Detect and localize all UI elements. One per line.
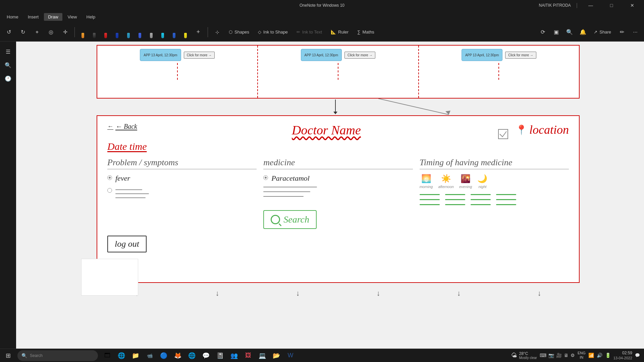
maximize-button[interactable]: □ [604,0,619,11]
video-icon[interactable]: 🎥 [556,353,562,358]
taskbar-onenote[interactable]: 📓 [213,349,227,362]
pen-teal[interactable] [124,25,133,39]
taskbar-fileexplorer[interactable]: 📂 [270,349,283,362]
pen-red[interactable] [101,25,110,39]
logout-button[interactable]: log out [107,236,147,252]
evening-label: evening [459,185,472,189]
green-row-3 [420,204,569,205]
toolbar: ↺ ↻ ⌖ ◎ ✛ + ⊹ ⬡ Shapes ◇ Ink to Sh [0,23,644,42]
sidebar-notebooks[interactable]: ☰ [2,46,14,58]
camera-icon[interactable]: 📷 [548,353,554,358]
move-button[interactable]: ✛ [59,26,71,38]
date: 13-04-2022 [613,356,632,360]
sidebar-recent[interactable]: 🕐 [2,72,14,84]
green-cell [471,199,491,200]
bottom-left-box [81,259,138,296]
pen-blue[interactable] [135,25,145,39]
taskbar-windows[interactable]: 🗔 [101,349,114,362]
medicine-lines [263,187,413,197]
app-card-1: APP 13 April, 12:30pm [140,49,181,61]
search-toolbar-button[interactable]: 🔍 [564,26,576,38]
selector-button[interactable]: ⊹ [211,26,223,38]
click-more-2[interactable]: Click for more → [344,52,375,59]
evening-box: 🌇 evening [459,174,472,189]
add-pen-button[interactable]: + [192,26,204,38]
language-display: ENGIN [578,351,586,360]
ruler-label: Ruler [338,29,348,35]
search-icon [271,215,280,224]
ink-shape-icon: ◇ [258,29,261,35]
fever-item: fever [107,174,257,183]
taskbar-firefox[interactable]: 🦊 [171,349,184,362]
sidebar-search[interactable]: 🔍 [2,59,14,71]
keyboard-icon[interactable]: ⌨ [540,353,546,358]
search-button[interactable]: Search [263,210,317,229]
menu-help[interactable]: Help [83,13,100,21]
taskbar-word[interactable]: W [284,349,297,362]
network-icon[interactable]: 📶 [588,353,594,358]
menu-home[interactable]: Home [3,13,22,21]
view-toggle-button[interactable]: ▣ [550,26,562,38]
bottom-arrows-row: ↓ ↓ ↓ ↓ ↓ ↓ [97,286,580,298]
sync-button[interactable]: ⟳ [537,26,549,38]
location-label: location [529,123,569,137]
notifications-button[interactable]: 🔔 [577,26,589,38]
start-button[interactable]: ⊞ [0,349,16,362]
maths-button[interactable]: ∑ Maths [354,26,378,38]
eraser-button[interactable]: ◎ [45,26,57,38]
pen-cyan[interactable] [158,25,167,39]
undo-button[interactable]: ↺ [3,26,15,38]
location-pin-icon: 📍 [516,124,527,135]
doctor-name-title: Doctor Name [137,123,516,137]
green-cell [445,194,465,195]
ruler-button[interactable]: 📐 Ruler [327,26,352,38]
taskbar-edge2[interactable]: 🌐 [185,349,199,362]
afternoon-icon: ☀️ [441,174,451,183]
bullet-icon-empty1 [107,188,112,193]
doctor-detail-box: ← ← Back Doctor Name 📍 location Date tim… [97,115,580,283]
taskbar-edge[interactable]: 🌐 [115,349,128,362]
pen-dark[interactable] [90,25,99,39]
ink-to-shape-button[interactable]: ◇ Ink to Shape [255,26,291,38]
taskbar-teams[interactable]: 📹 [143,349,156,362]
more-button[interactable]: ··· [629,26,641,38]
problem-column: Problem / symptoms fever [107,158,257,229]
close-button[interactable]: ✕ [625,0,640,11]
edit-button[interactable]: ✏ [616,26,628,38]
taskbar-teams2[interactable]: 👥 [227,349,241,362]
menu-view[interactable]: View [64,13,81,21]
taskbar-discord[interactable]: 💬 [199,349,213,362]
notification-btn[interactable]: 💬 [635,353,640,358]
lasso-button[interactable]: ⌖ [31,26,43,38]
back-button[interactable]: ← ← Back [107,123,137,130]
taskbar-explorer[interactable]: 📁 [129,349,142,362]
settings-icon[interactable]: ⚙ [571,353,575,358]
green-cell [420,204,440,205]
redo-button[interactable]: ↻ [17,26,29,38]
problem-header: Problem / symptoms [107,158,257,169]
taskbar-search[interactable]: 🔍 Search [17,350,98,361]
menu-draw[interactable]: Draw [44,13,62,21]
monitor-icon[interactable]: 🖥 [564,353,569,358]
morning-box: 🌅 morning [420,174,433,189]
pen-blue-dark[interactable] [112,25,122,39]
taskbar-chrome[interactable]: 🔵 [157,349,170,362]
share-button[interactable]: ↗ Share [590,26,614,38]
volume-icon[interactable]: 🔊 [597,353,602,358]
menu-insert[interactable]: Insert [24,13,43,21]
taskbar-vs[interactable]: 💻 [256,349,269,362]
location-area: 📍 location [516,123,569,137]
pen-blue2[interactable] [169,25,179,39]
taskbar-search-text: Search [30,353,43,358]
pen-yellow[interactable] [181,25,190,39]
weather-info: 28°C Mostly clear [519,351,537,360]
pen-gray[interactable] [147,25,156,39]
taskbar-photos[interactable]: 🖼 [241,349,255,362]
ink-to-text-button[interactable]: ✏ Ink to Text [293,26,325,38]
pen-orange[interactable] [78,25,88,39]
shapes-button[interactable]: ⬡ Shapes [225,26,253,38]
minimize-button[interactable]: — [583,0,598,11]
click-more-3[interactable]: Click for more → [505,52,536,59]
battery-icon[interactable]: 🔋 [605,353,611,358]
click-more-1[interactable]: Click for more → [184,52,215,59]
